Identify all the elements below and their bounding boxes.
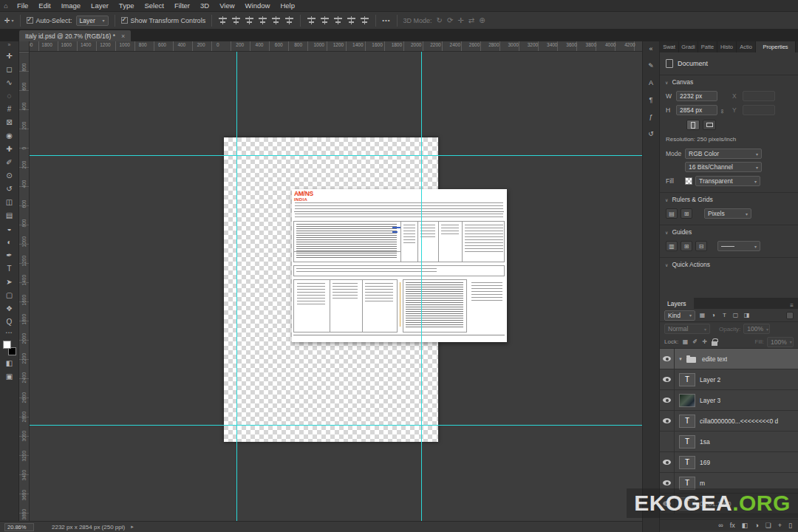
- lock-all-icon[interactable]: [712, 341, 717, 346]
- height-input[interactable]: 2854 px: [676, 105, 717, 115]
- layer-fill-dropdown[interactable]: 100% ▾: [767, 337, 794, 347]
- tool-hand[interactable]: ❖: [2, 302, 17, 314]
- align-bottom-edges[interactable]: [284, 16, 294, 24]
- layer-name[interactable]: edite text: [702, 355, 728, 363]
- tool-type[interactable]: T: [2, 262, 17, 274]
- opacity-dropdown[interactable]: 100% ▾: [743, 324, 770, 334]
- edit-toolbar-button[interactable]: •••: [6, 330, 13, 335]
- add-layer-mask-icon[interactable]: ◧: [742, 522, 748, 529]
- expand-toolbar-icon[interactable]: »: [8, 41, 11, 49]
- filter-adjustment-layers-icon[interactable]: ◑: [709, 310, 718, 320]
- layer-row[interactable]: ▼ 1sa: [660, 432, 798, 452]
- tool-frame[interactable]: ⊠: [2, 116, 17, 128]
- tool-clone-stamp[interactable]: ⊙: [2, 169, 17, 181]
- units-dropdown[interactable]: Pixels ▾: [704, 208, 751, 219]
- layer-thumbnail[interactable]: [686, 352, 698, 366]
- tool-dodge[interactable]: ◐: [2, 236, 17, 248]
- menu-item[interactable]: Image: [56, 0, 86, 12]
- tool-gradient[interactable]: ▤: [2, 209, 17, 221]
- link-layers-icon[interactable]: ∞: [718, 522, 723, 529]
- landscape-orientation-button[interactable]: [703, 120, 716, 130]
- layer-name[interactable]: cilla0000000...<<<<<<<<0 d: [700, 417, 778, 425]
- tool-brush[interactable]: ✐: [2, 156, 17, 168]
- layer-thumbnail[interactable]: [679, 415, 695, 428]
- tool-rectangular-marquee[interactable]: ◻: [2, 63, 17, 75]
- quick-mask-button[interactable]: ◧: [2, 357, 17, 369]
- lock-position-icon[interactable]: ✛: [700, 338, 709, 347]
- more-options-button[interactable]: •••: [382, 17, 390, 24]
- tool-history-brush[interactable]: ↺: [2, 183, 17, 194]
- brushes-panel-icon[interactable]: ✎: [645, 60, 657, 72]
- visibility-toggle[interactable]: [660, 452, 675, 472]
- horizontal-guide[interactable]: [30, 425, 642, 426]
- color-mode-dropdown[interactable]: RGB Color ▾: [685, 149, 762, 159]
- collapse-panels-icon[interactable]: «: [645, 43, 657, 55]
- link-dimensions-icon[interactable]: ∞: [719, 109, 726, 114]
- filter-toggle-switch[interactable]: [786, 312, 794, 319]
- distribute-horizontally[interactable]: [307, 16, 316, 24]
- new-group-icon[interactable]: ❏: [765, 522, 771, 529]
- filter-type-layers-icon[interactable]: T: [720, 310, 729, 320]
- menu-item[interactable]: Select: [139, 0, 168, 12]
- character-panel-icon[interactable]: A: [645, 77, 657, 89]
- lock-image-icon[interactable]: ✐: [691, 338, 699, 347]
- layer-thumbnail[interactable]: [679, 477, 695, 490]
- scale-3d-icon[interactable]: ⊕: [479, 16, 485, 24]
- new-adjustment-layer-icon[interactable]: ◑: [754, 522, 758, 529]
- layer-name[interactable]: m: [700, 480, 705, 487]
- distribute-top-edges[interactable]: [347, 16, 356, 24]
- fill-swatch[interactable]: [685, 177, 692, 185]
- clear-guides-button[interactable]: ⊟: [695, 241, 707, 251]
- layer-effects-icon[interactable]: fx: [730, 522, 735, 529]
- menu-item[interactable]: 3D: [195, 0, 214, 12]
- layer-kind-dropdown[interactable]: Kind ▾: [664, 310, 695, 321]
- filter-pixel-layers-icon[interactable]: ▦: [698, 310, 707, 320]
- toggle-rulers-button[interactable]: ▤: [666, 208, 678, 219]
- align-right-edges[interactable]: [245, 16, 254, 24]
- horizontal-ruler[interactable]: 2000180016001400120010008006004002000200…: [19, 41, 642, 52]
- history-panel-icon[interactable]: ↺: [645, 128, 657, 140]
- document-page-layer[interactable]: AM/NS INDIA: [292, 189, 507, 342]
- paragraph-panel-icon[interactable]: ¶: [645, 94, 657, 106]
- fill-dropdown[interactable]: Transparent ▾: [695, 176, 760, 186]
- blend-mode-dropdown[interactable]: Normal ▾: [664, 324, 710, 334]
- distribute-left-edges[interactable]: [333, 16, 343, 24]
- pan-3d-icon[interactable]: ✛: [457, 16, 463, 24]
- align-vertical-centers[interactable]: [271, 16, 281, 24]
- roll-3d-icon[interactable]: ⟳: [447, 16, 453, 24]
- tab-layers[interactable]: Layers: [660, 298, 694, 309]
- guides-section-header[interactable]: ∨ Guides: [660, 225, 798, 239]
- layer-thumbnail[interactable]: [679, 373, 695, 386]
- glyphs-panel-icon[interactable]: ƒ: [645, 111, 657, 123]
- orbit-3d-icon[interactable]: ↻: [437, 16, 443, 24]
- canvas-section-header[interactable]: ∨ Canvas: [660, 75, 798, 89]
- menu-item[interactable]: View: [214, 0, 239, 12]
- portrait-orientation-button[interactable]: [686, 120, 700, 130]
- tool-crop[interactable]: #: [2, 103, 17, 115]
- layer-row[interactable]: ▼ 169: [660, 452, 798, 473]
- tool-spot-healing[interactable]: ✚: [2, 143, 17, 154]
- align-horizontal-centers[interactable]: [231, 16, 241, 24]
- foreground-color-swatch[interactable]: [3, 341, 11, 349]
- group-expand-icon[interactable]: ▼: [678, 357, 683, 361]
- lock-guides-button[interactable]: ⊞: [681, 241, 692, 251]
- panel-tab[interactable]: Histo: [717, 41, 737, 52]
- toggle-grid-button[interactable]: ⊞: [681, 208, 692, 219]
- status-menu-arrow[interactable]: ▸: [131, 524, 134, 530]
- tool-preset-button[interactable]: ✛ ▾: [4, 17, 14, 24]
- vertical-guide[interactable]: [421, 52, 422, 521]
- quick-actions-section-header[interactable]: ∨ Quick Actions: [660, 258, 798, 271]
- canvas-area[interactable]: AM/NS INDIA: [30, 52, 642, 521]
- layer-row[interactable]: ▼ Layer 3: [660, 390, 798, 411]
- tool-pen[interactable]: ✒: [2, 249, 17, 261]
- delete-layer-icon[interactable]: ▯: [788, 522, 792, 529]
- width-input[interactable]: 2232 px: [676, 91, 717, 101]
- slide-3d-icon[interactable]: ⇄: [468, 16, 474, 24]
- menu-item[interactable]: Window: [240, 0, 276, 12]
- new-layer-icon[interactable]: +: [778, 522, 782, 529]
- tool-zoom[interactable]: Q: [2, 316, 17, 327]
- layer-row[interactable]: ▼ cilla0000000...<<<<<<<<0 d: [660, 411, 798, 432]
- filter-shape-layers-icon[interactable]: ▢: [731, 310, 740, 320]
- document-tab[interactable]: Italy id.psd @ 20.7% (RGB/16) * ×: [19, 30, 131, 41]
- panel-tab[interactable]: Properties: [756, 41, 796, 52]
